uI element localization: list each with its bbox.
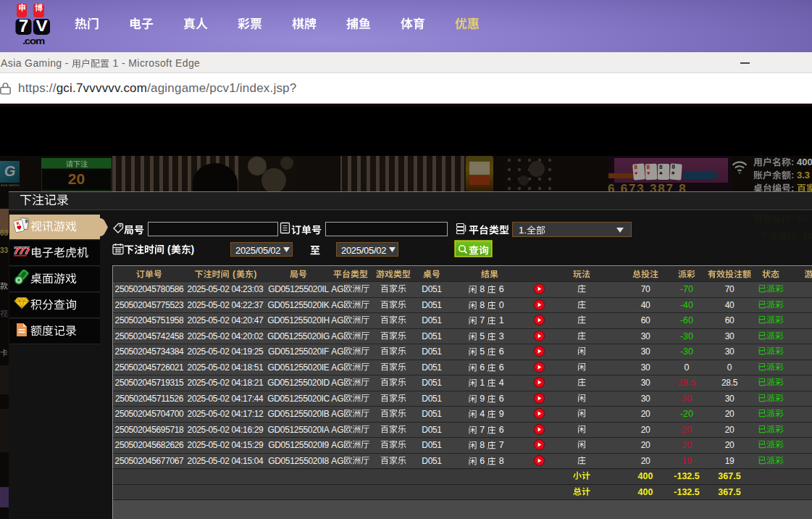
svg-text:777: 777 [14, 245, 30, 256]
